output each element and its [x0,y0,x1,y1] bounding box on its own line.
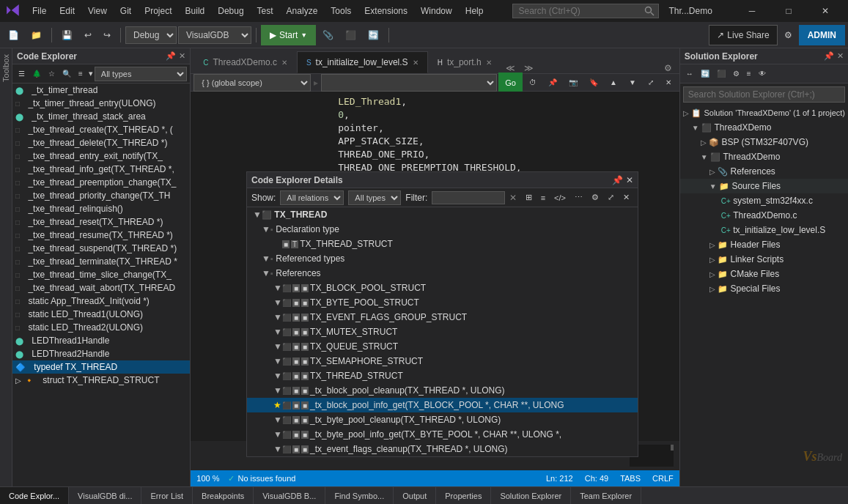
tree-ref-0[interactable]: ▼ ⬛ ■ ■ TX_BLOCK_POOL_STRUCT [247,281,638,295]
tree-ref-6[interactable]: ▼ ⬛ ■ ■ TX_THREAD_STRUCT [247,368,638,383]
explorer-item-15[interactable]: □ _txe_thread_wait_abort(TX_THREAD [12,281,190,294]
explorer-item-8[interactable]: □ _txe_thread_priority_change(TX_TH [12,189,190,202]
tree-ref-2[interactable]: ▼ ⬛ ■ ■ TX_EVENT_FLAGS_GROUP_STRUCT [247,310,638,325]
explorer-item-22[interactable]: ▷ 🔸 struct TX_THREAD_STRUCT [12,374,190,387]
sol-header-files[interactable]: ▷ 📁 Header Files [680,237,848,252]
tab-close-2[interactable]: ✕ [486,59,492,67]
bottom-tab-0[interactable]: Code Explor... [0,487,69,505]
menu-bar[interactable]: File Edit View Git Project Build Debug T… [26,4,489,18]
details-expand-btn[interactable]: ⤢ [604,192,618,203]
title-bar-controls[interactable]: ─ □ ✕ [735,0,842,22]
tree-ref-10[interactable]: ▼ ⬛ ■ ■ _tx_byte_pool_info_get(TX_BYTE_P… [247,427,638,442]
menu-tools[interactable]: Tools [325,4,357,18]
save-button[interactable]: 💾 [56,25,78,45]
platform-dropdown[interactable]: VisualGDB [178,26,251,44]
explorer-item-selected[interactable]: 🔷 typedef TX_THREAD [12,360,190,374]
tab-txport[interactable]: H tx_port.h ✕ [428,51,501,73]
live-share-button[interactable]: ↗ Live Share [709,25,777,45]
debug-config-dropdown[interactable]: Debug [125,26,177,44]
sol-collapse-btn[interactable]: ⬛ [714,64,729,84]
restart-button[interactable]: 🔄 [363,25,384,45]
details-list-btn[interactable]: ≡ [537,192,549,203]
redo-button[interactable]: ↪ [98,25,116,45]
details-pin-icon[interactable]: 📌 [612,175,623,185]
bottom-tab-6[interactable]: Output [394,487,436,505]
explorer-filter-btn[interactable]: ≡ [75,64,86,84]
tree-references[interactable]: ▼ ▪ References [247,266,638,281]
close-panel-icon[interactable]: ✕ [179,51,185,61]
type-filter-dropdown[interactable]: All types [95,67,187,81]
explorer-search-btn[interactable]: 🔍 [59,64,74,84]
pin-icon[interactable]: 📌 [166,51,176,61]
sol-source-files[interactable]: ▼ 📁 Source Files [680,179,848,193]
explorer-item-13[interactable]: □ _txe_thread_terminate(TX_THREAD * [12,255,190,268]
menu-git[interactable]: Git [114,4,137,18]
explorer-item-4[interactable]: □ _txe_thread_delete(TX_THREAD *) [12,136,190,149]
bottom-tab-5[interactable]: Find Symbo... [325,487,394,505]
attach-button[interactable]: 📎 [317,25,339,45]
scroll-up-btn[interactable]: ▲ [605,73,622,93]
explorer-item-18[interactable]: □ static LED_Thread2(ULONG) [12,321,190,334]
explorer-item-20[interactable]: ⬤ LEDThread2Handle [12,347,190,360]
details-filter-input[interactable] [432,191,505,204]
sol-file-3[interactable]: C+ tx_initialize_low_level.S [680,223,848,237]
tree-ref-7[interactable]: ▼ ⬛ ■ ■ _tx_block_pool_cleanup(TX_THREAD… [247,383,638,398]
close-button[interactable]: ✕ [808,0,842,22]
tree-ref-types[interactable]: ▼ ▪ Referenced types [247,251,638,266]
solution-tree[interactable]: ▷ 📋 Solution 'ThreadXDemo' (1 of 1 proje… [680,105,848,486]
explorer-item-19[interactable]: ⬤ LEDThread1Handle [12,334,190,347]
explorer-item-9[interactable]: □ _txe_thread_relinquish() [12,202,190,215]
menu-analyze[interactable]: Analyze [281,4,324,18]
expand-btn[interactable]: ⤢ [643,73,659,93]
explorer-list-btn[interactable]: ☰ [15,64,28,84]
sol-pin-icon[interactable]: 📌 [824,51,834,61]
open-file-button[interactable]: 📁 [26,25,47,45]
bottom-tab-1[interactable]: VisualGDB di... [69,487,141,505]
menu-window[interactable]: Window [415,4,458,18]
sol-references[interactable]: ▷ 📎 References [680,164,848,179]
sol-filter-btn[interactable]: ≡ [744,64,754,84]
details-more-btn[interactable]: ⋯ [571,192,586,203]
explorer-item-3[interactable]: □ _txe_thread_create(TX_THREAD *, ( [12,123,190,136]
scroll-down-btn[interactable]: ▼ [624,73,641,93]
menu-file[interactable]: File [26,4,52,18]
tree-ref-4[interactable]: ▼ ⬛ ■ ■ TX_QUEUE_STRUCT [247,339,638,354]
sol-bsp[interactable]: ▷ 📦 BSP (STM32F407VG) [680,135,848,149]
undo-button[interactable]: ↩ [79,25,97,45]
sol-preview-btn[interactable]: 👁 [756,64,769,84]
scope-dropdown[interactable]: { } (global scope) [193,74,311,92]
menu-debug[interactable]: Debug [212,4,249,18]
bottom-tab-2[interactable]: Error List [141,487,193,505]
bottom-tab-3[interactable]: Breakpoints [193,487,254,505]
explorer-item-17[interactable]: □ static LED_Thread1(ULONG) [12,308,190,321]
details-settings-btn[interactable]: ⚙ [588,192,602,203]
menu-build[interactable]: Build [180,4,211,18]
details-types-dropdown[interactable]: All types [348,190,401,205]
sol-close-icon[interactable]: ✕ [837,51,844,61]
tree-ref-3[interactable]: ▼ ⬛ ■ ■ TX_MUTEX_STRUCT [247,325,638,339]
details-grid-btn[interactable]: ⊞ [522,192,536,203]
sol-special-files[interactable]: ▷ 📁 Special Files [680,281,848,296]
explorer-item-7[interactable]: □ _txe_thread_preemption_change(TX_ [12,176,190,189]
tree-ref-5[interactable]: ▼ ⬛ ■ ■ TX_SEMAPHORE_STRUCT [247,354,638,368]
bookmark-toggle[interactable]: 🔖 [584,73,603,93]
tab-tx-init[interactable]: S tx_initialize_low_level.S ✕ [297,51,428,73]
toolbox-label[interactable]: Toolbox [0,51,12,85]
explorer-tree-btn[interactable]: 🌲 [29,64,44,84]
clear-filter-icon[interactable]: ✕ [509,193,517,203]
camera-button[interactable]: 📷 [564,73,583,93]
menu-help[interactable]: Help [460,4,490,18]
menu-test[interactable]: Test [251,4,279,18]
backward-nav-button[interactable]: ⏱ [524,73,542,93]
bottom-tab-8[interactable]: Solution Explorer [491,487,571,505]
details-close-icon[interactable]: ✕ [626,175,633,185]
explorer-item-10[interactable]: □ _txe_thread_reset(TX_THREAD *) [12,215,190,229]
code-explorer-list[interactable]: ⬤ _tx_timer_thread □ _tx_timer_thread_en… [12,84,190,486]
sol-file-1[interactable]: C+ system_stm32f4xx.c [680,193,848,208]
sol-linker-scripts[interactable]: ▷ 📁 Linker Scripts [680,252,848,267]
sol-project[interactable]: ▼ ⬛ ThreadXDemo [680,120,848,135]
sol-file-2[interactable]: C+ ThreadXDemo.c [680,208,848,223]
explorer-star-btn[interactable]: ☆ [45,64,58,84]
admin-button[interactable]: ADMIN [799,25,845,45]
details-code-btn[interactable]: </> [550,192,569,203]
